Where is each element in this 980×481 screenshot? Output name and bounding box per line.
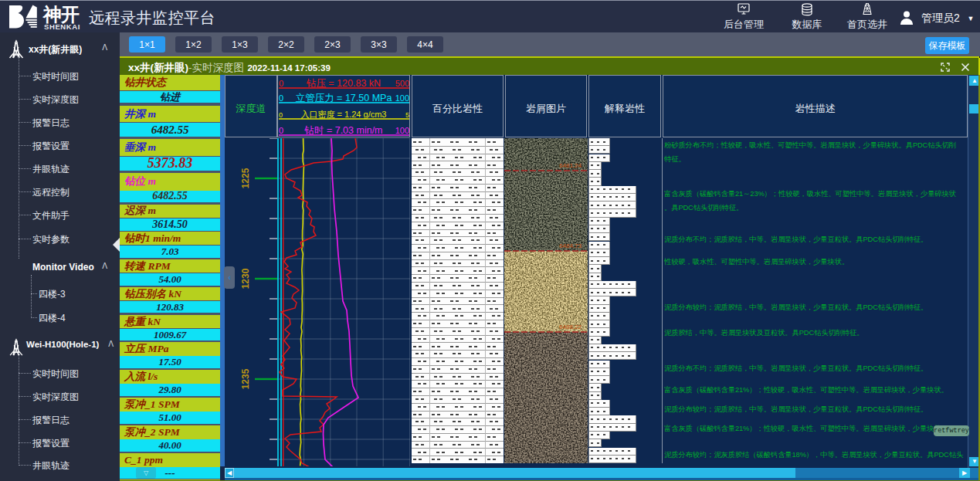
svg-text:立管压力 = 17.50 MPa: 立管压力 = 17.50 MPa — [296, 93, 392, 103]
svg-text:1235: 1235 — [240, 368, 251, 389]
svg-text:0: 0 — [279, 111, 283, 119]
svg-text:1225: 1225 — [240, 168, 251, 188]
svg-text:钻时 = 7.03 min/m: 钻时 = 7.03 min/m — [303, 125, 382, 136]
svg-text:0: 0 — [279, 93, 283, 103]
svg-text:6488.22: 6488.22 — [559, 323, 582, 330]
svg-text:5: 5 — [405, 111, 409, 119]
svg-text:500: 500 — [395, 79, 409, 88]
svg-text:100: 100 — [395, 126, 409, 135]
svg-text:1230: 1230 — [240, 268, 251, 289]
svg-text:入口密度 = 1.24 g/cm3: 入口密度 = 1.24 g/cm3 — [301, 110, 387, 119]
svg-text:0: 0 — [279, 79, 283, 88]
svg-text:0: 0 — [279, 126, 283, 135]
svg-text:钻压 = 120.83 kN: 钻压 = 120.83 kN — [306, 78, 381, 89]
svg-text:100: 100 — [395, 93, 409, 103]
svg-text:6481.24: 6481.24 — [559, 162, 582, 169]
svg-text:6484.73: 6484.73 — [559, 242, 582, 249]
